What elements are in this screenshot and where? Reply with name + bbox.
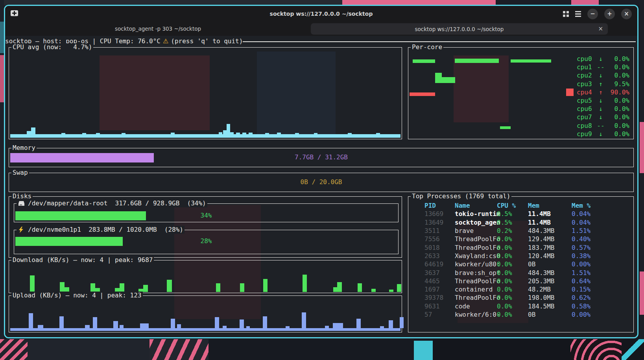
process-cpu: 0.5% — [497, 219, 528, 226]
core-row: cpu3 ↑ 9.5% — [577, 80, 629, 88]
core-row: cpu6 ↓ 0.0% — [577, 105, 629, 113]
process-mem-percent: 0.04% — [572, 210, 631, 218]
wallpaper-shape — [570, 339, 622, 360]
memory-panel: Memory 7.7GB / 31.2GB — [9, 148, 634, 167]
disk-boot-text: /dev/nvme0n1p1 283.8MB / 1020.0MB (28%) — [28, 226, 183, 234]
core-name: cpu0 — [577, 55, 596, 63]
core-trend-arrow: ↓ — [596, 55, 606, 63]
history-bar — [38, 325, 43, 328]
process-mem-percent: 1.51% — [572, 269, 631, 277]
process-mem: 11.4MB — [528, 210, 572, 218]
wallpaper-shape — [0, 22, 4, 53]
quit-hint-text: (press 'q' to quit) — [171, 37, 243, 46]
disks-title: Disks — [11, 192, 33, 200]
swap-usage-label: 0B / 20.0GB — [9, 178, 633, 186]
process-row: 57 kworker/6:0- 0.0% 0B 0.00% — [408, 310, 631, 319]
process-cpu: 0.0% — [497, 260, 528, 268]
core-row: cpu2 ↓ 0.0% — [577, 71, 629, 79]
process-name: ThreadPoolFo — [455, 294, 497, 301]
col-name: Name — [455, 202, 497, 209]
wallpaper-left — [0, 0, 4, 360]
process-mem: 129.4MB — [528, 235, 572, 243]
core-name: cpu6 — [577, 105, 596, 113]
upload-baseline — [10, 328, 400, 331]
disk-root-text: /dev/mapper/data-root 317.6GB / 928.9GB … — [28, 199, 206, 207]
process-name: Xwayland:cs0 — [455, 252, 497, 260]
process-rows: 13669 tokio-runtim 0.5% 11.4MB 0.04% 136… — [408, 210, 631, 319]
process-pid: 9631 — [424, 303, 455, 310]
cpu-avg-history — [10, 48, 400, 134]
grid-icon[interactable] — [563, 11, 569, 17]
process-mem-percent: 1.51% — [572, 227, 631, 234]
process-mem-percent: 0.15% — [572, 286, 631, 293]
core-trend-arrow: ↓ — [596, 113, 606, 121]
process-pid: 4465 — [424, 277, 455, 285]
process-row: 1697 containerd 0.0% 48.2MB 0.15% — [408, 285, 631, 294]
minimize-button[interactable]: − — [587, 9, 598, 19]
process-row: 64619 kworker/u80: 0.0% 0B 0.00% — [408, 260, 631, 268]
core-usage-value: 0.0% — [606, 72, 629, 79]
process-table-header: PID Name CPU % Mem Mem % — [408, 201, 631, 210]
disk-root-label: /dev/mapper/data-root 317.6GB / 928.9GB … — [17, 199, 207, 207]
history-bar — [171, 319, 175, 328]
process-mem: 48.2MB — [528, 286, 572, 293]
process-cpu: 0.0% — [497, 303, 528, 310]
upload-history — [10, 296, 400, 328]
download-panel: Download (KB/s) — now: 4 | peak: 9687 — [9, 260, 402, 293]
process-pid: 13669 — [424, 210, 455, 218]
history-bar — [240, 319, 244, 328]
maximize-button[interactable]: + — [604, 9, 615, 19]
tab-socktop-agent[interactable]: socktop_agent -p 303 ~/socktop — [5, 22, 311, 36]
process-row: 39378 ThreadPoolFo 0.0% 198.0MB 0.62% — [408, 294, 631, 302]
process-row: 9631 code 0.0% 184.5MB 0.58% — [408, 302, 631, 310]
history-bar — [442, 77, 455, 83]
process-pid: 57 — [424, 311, 455, 318]
history-bar — [60, 282, 65, 292]
history-bar — [31, 127, 35, 134]
tab-socktop-active[interactable]: socktop ws://127.0.0.0 ~/socktop × — [311, 23, 608, 35]
process-mem-percent: 0.40% — [572, 235, 631, 243]
history-bar — [302, 312, 306, 328]
history-bar — [140, 323, 149, 328]
wallpaper-shape — [640, 122, 644, 173]
process-mem: 198.0MB — [528, 294, 572, 301]
process-mem: 0B — [528, 311, 572, 318]
history-bar — [358, 283, 362, 292]
process-table: PID Name CPU % Mem Mem % 13669 tokio-run… — [408, 201, 631, 319]
menu-icon[interactable] — [575, 11, 581, 17]
process-mem-percent: 0.57% — [572, 244, 631, 251]
close-button[interactable]: × — [621, 9, 632, 19]
process-mem: 120.4MB — [528, 252, 572, 260]
disks-panel: Disks /dev/mapper/data-root 317.6GB / 92… — [9, 196, 402, 258]
core-usage-value: 0.0% — [606, 55, 629, 63]
history-bar — [177, 324, 181, 328]
history-bar — [410, 92, 435, 96]
history-bar — [227, 124, 230, 134]
process-mem: 205.3MB — [528, 277, 572, 285]
core-alert-marker — [566, 89, 574, 96]
wallpaper-shape — [28, 339, 149, 360]
process-row: 2633 Xwayland:cs0 0.0% 120.4MB 0.38% — [408, 252, 631, 260]
history-bar — [30, 275, 35, 292]
core-trend-arrow: ↓ — [596, 130, 606, 138]
history-bar — [120, 325, 124, 328]
process-cpu: 0.0% — [497, 235, 528, 243]
history-bar — [93, 317, 97, 328]
tab-close-icon[interactable]: × — [598, 25, 603, 32]
core-name: cpu8 — [577, 122, 596, 129]
process-mem-percent: 0.62% — [572, 294, 631, 301]
cpu-avg-baseline — [10, 134, 400, 138]
core-usage-value: 90.0% — [606, 89, 629, 96]
process-name: kworker/6:0- — [455, 311, 497, 318]
status-header: socktop — host: pop-os | CPU Temp: 76.0°… — [5, 37, 636, 46]
process-pid: 13649 — [424, 219, 455, 226]
history-bar — [397, 284, 401, 292]
history-bar — [389, 320, 393, 328]
history-bar — [356, 319, 361, 328]
wallpaper-shape — [433, 339, 570, 360]
process-row: 4465 ThreadPoolFo 0.0% 205.3MB 0.64% — [408, 277, 631, 285]
process-cpu: 0.0% — [497, 269, 528, 277]
history-bar — [511, 59, 551, 63]
process-name: kworker/u80: — [455, 260, 497, 268]
process-pid: 5018 — [424, 244, 455, 251]
